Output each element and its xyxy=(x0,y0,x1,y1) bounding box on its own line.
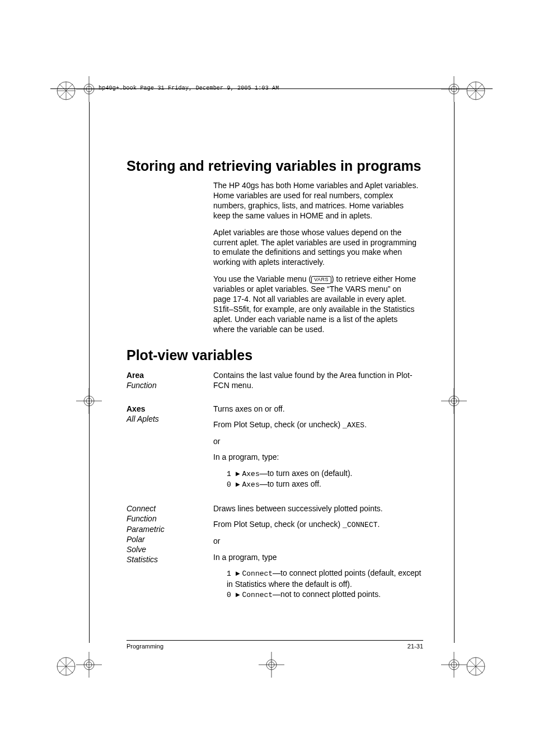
code: Axes xyxy=(242,480,260,489)
corner-disc-icon xyxy=(55,655,77,678)
store-arrow-icon: ▶ xyxy=(236,481,240,487)
text: From Plot Setup, check (or uncheck) xyxy=(213,520,343,529)
vars-key-icon: VARS xyxy=(311,276,331,284)
page-footer: Programming 21-31 xyxy=(127,640,423,650)
code: 1 xyxy=(227,570,236,578)
code: Connect xyxy=(242,570,273,578)
term-sub: All Aplets xyxy=(127,414,213,424)
code: 0 xyxy=(227,480,236,489)
heading-storing: Storing and retrieving variables in prog… xyxy=(127,158,423,174)
page-content: Storing and retrieving variables in prog… xyxy=(127,85,423,606)
footer-chapter: Programming xyxy=(127,643,163,650)
option-line: 1 ▶ Axes—to turn axes on (default). 0 ▶ … xyxy=(227,468,423,491)
store-arrow-icon: ▶ xyxy=(236,470,240,477)
intro-p2: Aplet variables are those whose values d… xyxy=(213,228,420,268)
term-sub: Function xyxy=(127,380,213,390)
text: From Plot Setup, check (or uncheck) xyxy=(213,420,343,429)
registration-mark-icon xyxy=(441,76,467,102)
footer-page-number: 21-31 xyxy=(407,643,423,650)
code: Axes xyxy=(242,470,260,478)
text: —to turn axes off. xyxy=(260,479,321,488)
term-connect: Connect Function Parametric Polar Solve … xyxy=(127,503,213,605)
text: or xyxy=(213,536,423,546)
intro-p3: You use the Variable menu (VARS) to retr… xyxy=(213,274,420,334)
code: AXES xyxy=(347,421,364,430)
code: 0 xyxy=(227,591,236,599)
store-arrow-icon: ▶ xyxy=(236,570,240,576)
term-area: Area Function xyxy=(127,370,213,396)
term-sub: Statistics xyxy=(127,554,213,564)
code: CONNECT xyxy=(347,521,378,529)
text: or xyxy=(213,436,423,446)
code: 1 xyxy=(227,470,236,478)
text: —to turn axes on (default). xyxy=(260,469,353,478)
term-title: Area xyxy=(127,370,213,380)
option-line: 1 ▶ Connect—to connect plotted points (d… xyxy=(227,568,423,600)
term-title: Axes xyxy=(127,404,213,414)
registration-mark-icon xyxy=(76,652,102,678)
term-title: Connect xyxy=(127,503,213,514)
corner-disc-icon xyxy=(55,80,77,102)
text: Turns axes on or off. xyxy=(213,404,423,414)
term-sub: Function xyxy=(127,514,213,524)
underscore-icon xyxy=(343,421,347,430)
def-axes: Turns axes on or off. From Plot Setup, c… xyxy=(213,404,423,496)
crop-line xyxy=(454,102,455,643)
corner-disc-icon xyxy=(465,655,487,678)
code: Connect xyxy=(242,591,273,599)
text: In a program, type: xyxy=(213,452,423,462)
text: From Plot Setup, check (or uncheck) AXES… xyxy=(213,419,423,431)
store-arrow-icon: ▶ xyxy=(236,591,240,598)
def-area: Contains the last value found by the Are… xyxy=(213,370,423,396)
intro-block: The HP 40gs has both Home variables and … xyxy=(213,181,420,335)
entry-area: Area Function Contains the last value fo… xyxy=(127,370,423,396)
term-axes: Axes All Aplets xyxy=(127,404,213,496)
text: —not to connect plotted points. xyxy=(273,590,381,599)
registration-mark-icon xyxy=(259,652,284,678)
text: In a program, type xyxy=(213,552,423,562)
term-sub: Solve xyxy=(127,544,213,554)
term-sub: Polar xyxy=(127,534,213,544)
entry-axes: Axes All Aplets Turns axes on or off. Fr… xyxy=(127,404,423,496)
term-sub: Parametric xyxy=(127,524,213,534)
corner-disc-icon xyxy=(465,80,487,102)
text: Contains the last value found by the Are… xyxy=(213,370,423,390)
entry-connect: Connect Function Parametric Polar Solve … xyxy=(127,503,423,605)
heading-plotview: Plot-view variables xyxy=(127,347,423,363)
def-connect: Draws lines between successively plotted… xyxy=(213,503,423,605)
registration-mark-icon xyxy=(441,652,467,678)
crop-line xyxy=(89,102,90,643)
text: . xyxy=(364,420,367,429)
text: From Plot Setup, check (or uncheck) CONN… xyxy=(213,519,423,530)
text: Draws lines between successively plotted… xyxy=(213,503,423,514)
text: You use the Variable menu ( xyxy=(213,274,311,283)
intro-p1: The HP 40gs has both Home variables and … xyxy=(213,181,420,221)
underscore-icon xyxy=(343,521,347,529)
text: . xyxy=(378,520,380,529)
